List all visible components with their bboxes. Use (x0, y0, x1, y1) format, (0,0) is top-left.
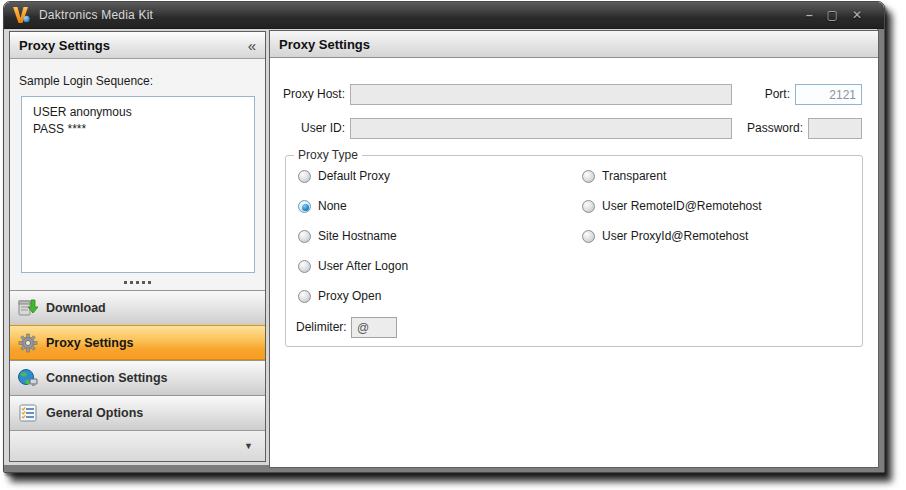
gear-icon (17, 333, 38, 353)
sidebar-item-proxy-settings[interactable]: Proxy Settings (10, 325, 265, 360)
sidebar-item-label: Download (46, 301, 106, 315)
sample-login-sequence-box[interactable]: USER anonymous PASS **** (21, 96, 255, 273)
sidebar-item-download[interactable]: Download (10, 290, 265, 325)
sidebar: Proxy Settings « Sample Login Sequence: … (9, 31, 266, 462)
user-id-input[interactable] (350, 118, 732, 139)
sample-login-label: Sample Login Sequence: (19, 74, 153, 88)
radio-site-hostname[interactable]: Site Hostname (298, 228, 397, 244)
proxy-type-groupbox: Proxy Type Default Proxy None Site Hostn… (285, 155, 863, 347)
radio-button-icon[interactable] (582, 200, 595, 213)
sidebar-header: Proxy Settings « (10, 32, 265, 59)
download-icon (17, 298, 38, 318)
daktronics-v-logo-icon (12, 6, 32, 24)
proxy-host-label: Proxy Host: (278, 84, 345, 105)
panel-header: Proxy Settings (270, 31, 878, 58)
panel-title: Proxy Settings (279, 37, 370, 52)
radio-button-icon[interactable] (298, 200, 311, 213)
password-label: Password: (720, 118, 803, 139)
radio-none[interactable]: None (298, 198, 347, 214)
login-line-user: USER anonymous (33, 104, 243, 121)
sidebar-item-label: General Options (46, 406, 143, 420)
radio-proxy-open[interactable]: Proxy Open (298, 288, 381, 304)
minimize-button[interactable]: – (806, 8, 813, 22)
radio-button-icon[interactable] (298, 230, 311, 243)
proxy-host-input[interactable] (350, 84, 732, 105)
password-input[interactable] (808, 118, 862, 139)
maximize-button[interactable]: ▢ (827, 8, 838, 22)
radio-user-after-logon[interactable]: User After Logon (298, 258, 408, 274)
close-button[interactable]: ✕ (852, 8, 862, 22)
network-icon (17, 368, 38, 388)
radio-button-icon[interactable] (298, 290, 311, 303)
window-controls: – ▢ ✕ (806, 8, 876, 22)
window-title: Daktronics Media Kit (39, 8, 153, 22)
radio-default-proxy[interactable]: Default Proxy (298, 168, 390, 184)
splitter-dots-icon (124, 281, 151, 284)
port-input[interactable] (795, 84, 862, 105)
radio-user-remoteid-remotehost[interactable]: User RemoteID@Remotehost (582, 198, 762, 214)
radio-button-icon[interactable] (298, 170, 311, 183)
nav-overflow-bar[interactable]: ▼ (10, 430, 265, 461)
splitter-handle[interactable] (10, 275, 265, 290)
sidebar-item-connection-settings[interactable]: Connection Settings (10, 360, 265, 395)
sidebar-item-label: Proxy Settings (46, 336, 134, 350)
delimiter-label: Delimiter: (296, 317, 347, 338)
port-label: Port: (748, 84, 790, 105)
radio-transparent[interactable]: Transparent (582, 168, 666, 184)
chevron-down-icon[interactable]: ▼ (244, 441, 253, 451)
radio-user-proxyid-remotehost[interactable]: User ProxyId@Remotehost (582, 228, 748, 244)
sidebar-nav: Download (10, 290, 265, 461)
sidebar-item-label: Connection Settings (46, 371, 168, 385)
sidebar-item-general-options[interactable]: General Options (10, 395, 265, 430)
user-id-label: User ID: (278, 118, 345, 139)
radio-button-icon[interactable] (582, 170, 595, 183)
checklist-icon (17, 403, 38, 423)
proxy-type-legend: Proxy Type (294, 148, 362, 162)
radio-button-icon[interactable] (582, 230, 595, 243)
radio-button-icon[interactable] (298, 260, 311, 273)
proxy-settings-panel: Proxy Settings Proxy Host: Port: User ID… (269, 30, 879, 468)
app-window: Daktronics Media Kit – ▢ ✕ Proxy Setting… (3, 1, 885, 473)
title-bar[interactable]: Daktronics Media Kit – ▢ ✕ (4, 2, 884, 29)
collapse-chevron-icon[interactable]: « (248, 39, 256, 52)
sidebar-title: Proxy Settings (19, 38, 110, 53)
login-line-pass: PASS **** (33, 121, 243, 138)
delimiter-input[interactable] (351, 317, 397, 338)
